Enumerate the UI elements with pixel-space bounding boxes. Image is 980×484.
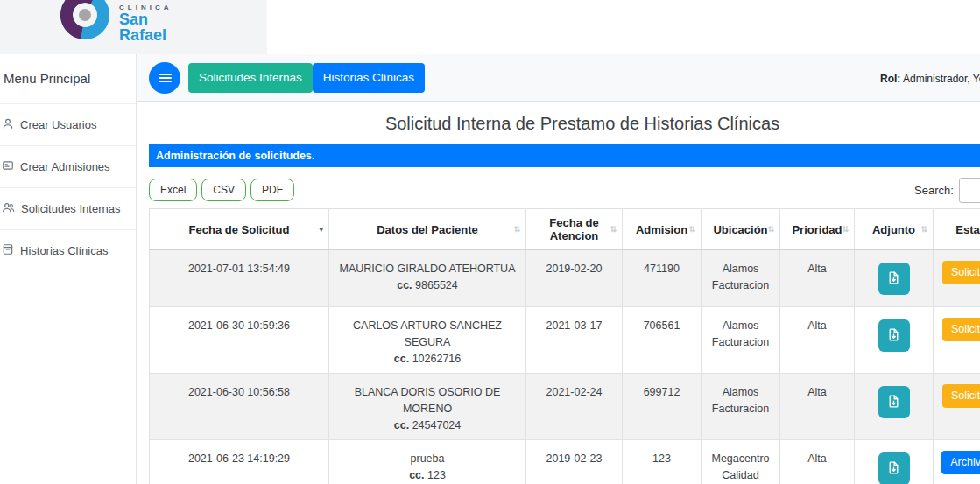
cell-estado: Solicitado [934, 374, 980, 440]
column-header-label: Ubicación [713, 223, 767, 236]
search-input[interactable] [959, 178, 980, 203]
status-badge[interactable]: Solicitado [942, 384, 980, 408]
requests-table: Fecha de Solicitud▾Datos del Paciente⇅Fe… [149, 208, 980, 484]
column-header-label: Fecha de Solicitud [189, 223, 290, 236]
attachment-download-button[interactable] [878, 452, 910, 484]
sort-icon: ⇅ [767, 225, 774, 234]
brand-header: CLINICA San Rafael [0, 0, 267, 54]
patient-id: cc. 24547024 [333, 417, 522, 434]
sort-desc-icon: ▾ [319, 225, 323, 234]
column-header-admision[interactable]: Admision⇅ [623, 209, 702, 250]
status-badge[interactable]: Solicitado [942, 318, 980, 341]
sidebar-title: Menu Principal [0, 54, 136, 103]
sort-icon: ⇅ [920, 225, 927, 234]
patient-name: MAURICIO GIRALDO ATEHORTUA [333, 261, 522, 277]
export-pdf-button[interactable]: PDF [250, 179, 294, 201]
export-buttons: ExcelCSVPDF [149, 181, 299, 196]
cell-fecha-solicitud: 2021-07-01 13:54:49 [150, 250, 329, 307]
status-badge[interactable]: Solicitado [942, 261, 980, 284]
attachment-download-button[interactable] [878, 386, 910, 418]
table-row: 2021-07-01 13:54:49 MAURICIO GIRALDO ATE… [150, 250, 980, 307]
nav-button-solicitudes-internas[interactable]: Solicitudes Internas [188, 63, 313, 93]
column-header-ubicacion[interactable]: Ubicación⇅ [702, 209, 780, 250]
role-label: Rol: [880, 73, 900, 85]
column-header-adjunto[interactable]: Adjunto⇅ [855, 209, 934, 250]
table-search: Search: [914, 178, 980, 203]
cell-adjunto [855, 250, 934, 307]
cell-estado: Solicitado [934, 307, 980, 374]
cell-fecha-atencion: 2019-02-23 [526, 440, 623, 484]
column-header-label: Adjunto [872, 223, 915, 236]
column-header-estado[interactable]: Estado⇅ [934, 209, 980, 250]
column-header-label: Fecha de Atencion [549, 216, 598, 242]
users-icon [2, 201, 15, 216]
panel-header: Administración de solicitudes. [149, 144, 980, 167]
patient-id: cc. 123 [333, 467, 522, 484]
app-window: CLINICA San Rafael Menu Principal Crear … [0, 0, 980, 484]
table-toolbar: ExcelCSVPDF Search: [149, 167, 980, 208]
cell-prioridad: Alta [780, 374, 855, 440]
cell-adjunto [855, 440, 934, 484]
cell-prioridad: Alta [780, 250, 855, 307]
patient-name: prueba [333, 451, 522, 467]
cell-adjunto [855, 374, 934, 440]
cell-ubicacion: Alamos Facturacion [702, 374, 780, 440]
attachment-download-button[interactable] [878, 263, 910, 295]
user-role-text: Rol: Administrador, Yeffe [880, 73, 980, 85]
sidebar-item-solicitudes-internas[interactable]: Solicitudes Internas [0, 187, 136, 229]
user-icon [2, 117, 14, 132]
cell-ubicacion: Alamos Facturacion [702, 307, 780, 374]
sidebar-item-crear-admisiones[interactable]: Crear Admisiones [0, 145, 136, 187]
sidebar-item-label: Historias Clínicas [20, 244, 108, 257]
column-header-fecha-de-atencion[interactable]: Fecha de Atencion⇅ [526, 209, 623, 250]
cell-ubicacion: Alamos Facturacion [702, 250, 780, 307]
column-header-label: Prioridad [792, 223, 842, 236]
sort-icon: ⇅ [688, 225, 695, 234]
cell-admision: 471190 [623, 250, 702, 307]
attachment-download-button[interactable] [878, 319, 910, 352]
file-download-icon [886, 327, 901, 345]
sidebar-item-label: Crear Admisiones [20, 160, 110, 173]
page-title: Solicitud Interna de Prestamo de Histori… [149, 114, 980, 134]
cell-estado: Solicitado [934, 250, 980, 307]
cell-prioridad: Alta [780, 307, 855, 374]
cell-admision: 123 [623, 440, 702, 484]
sidebar: Menu Principal Crear UsuariosCrear Admis… [0, 54, 137, 484]
sidebar-item-crear-usuarios[interactable]: Crear Usuarios [0, 103, 136, 145]
cell-fecha-atencion: 2019-02-20 [526, 250, 623, 307]
cell-prioridad: Alta [780, 440, 855, 484]
cell-estado: Archivado [934, 440, 980, 484]
sort-icon: ⇅ [842, 225, 849, 234]
export-excel-button[interactable]: Excel [149, 179, 197, 201]
sidebar-item-label: Solicitudes Internas [21, 202, 120, 215]
clinic-logo[interactable]: CLINICA San Rafael [60, 0, 172, 46]
sidebar-item-historias-clinicas[interactable]: Historias Clínicas [0, 229, 136, 271]
file-download-icon [886, 270, 901, 288]
content-area: Solicitud Interna de Prestamo de Histori… [137, 102, 980, 484]
column-header-prioridad[interactable]: Prioridad⇅ [780, 209, 855, 250]
table-row: 2021-06-30 10:56:58 BLANCA DORIS OSORIO … [150, 374, 980, 440]
cell-datos-paciente: CARLOS ARTURO SANCHEZ SEGURA cc. 1026271… [329, 307, 526, 374]
clinic-name-top: San [119, 11, 172, 27]
search-label: Search: [914, 184, 954, 197]
cell-ubicacion: Megacentro Calidad [702, 440, 780, 484]
cell-datos-paciente: MAURICIO GIRALDO ATEHORTUA cc. 9865524 [329, 250, 526, 307]
export-csv-button[interactable]: CSV [201, 179, 246, 201]
column-header-label: Admision [636, 223, 687, 236]
status-badge[interactable]: Archivado [941, 451, 980, 474]
nav-buttons: Solicitudes InternasHistorias Clínicas [188, 63, 425, 93]
id-card-icon [2, 159, 14, 174]
requests-panel: Administración de solicitudes. ExcelCSVP… [149, 144, 980, 484]
column-header-datos-del-paciente[interactable]: Datos del Paciente⇅ [329, 209, 526, 250]
column-header-label: Datos del Paciente [377, 223, 478, 236]
top-navbar: Solicitudes InternasHistorias Clínicas R… [137, 54, 980, 102]
nav-button-historias-clinicas[interactable]: Historias Clínicas [313, 63, 425, 93]
patient-id: cc. 9865524 [333, 277, 522, 294]
column-header-label: Estado [955, 223, 980, 236]
cell-fecha-atencion: 2021-02-24 [526, 374, 623, 440]
clinic-name-bottom: Rafael [119, 27, 172, 43]
hamburger-icon [159, 72, 172, 84]
column-header-fecha-de-solicitud[interactable]: Fecha de Solicitud▾ [150, 209, 329, 250]
menu-toggle-button[interactable] [149, 62, 180, 94]
patient-name: BLANCA DORIS OSORIO DE MORENO [333, 384, 522, 417]
